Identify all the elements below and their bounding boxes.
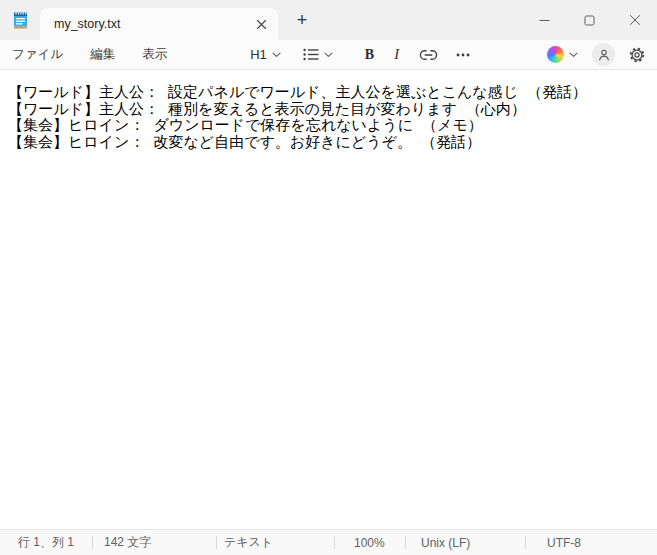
close-window-button[interactable] bbox=[612, 0, 657, 40]
chevron-down-icon bbox=[569, 52, 578, 58]
link-icon bbox=[419, 48, 438, 62]
heading-style-label: H1 bbox=[250, 47, 267, 62]
italic-button[interactable]: I bbox=[388, 43, 405, 67]
doc-type-status: テキスト bbox=[217, 530, 334, 555]
menu-toolbar: ファイル 編集 表示 H1 B I bbox=[0, 40, 657, 70]
chevron-down-icon bbox=[272, 52, 281, 58]
char-count-status: 142 文字 bbox=[93, 530, 216, 555]
editor-line: 【ワールド】主人公： 種別を変えると表示の見た目が変わります （心内） bbox=[8, 101, 653, 118]
notepad-app-icon bbox=[0, 0, 40, 40]
more-options-button[interactable] bbox=[450, 43, 476, 67]
tab-title: my_story.txt bbox=[54, 17, 250, 31]
more-ellipsis-icon bbox=[456, 53, 470, 57]
menu-edit[interactable]: 編集 bbox=[80, 42, 125, 67]
tab-close-button[interactable] bbox=[250, 13, 272, 35]
tab-bar: my_story.txt + bbox=[0, 0, 657, 40]
settings-gear-icon bbox=[628, 46, 646, 64]
bold-button[interactable]: B bbox=[359, 43, 380, 67]
heading-style-dropdown[interactable]: H1 bbox=[244, 43, 287, 67]
account-person-icon bbox=[597, 48, 611, 62]
notepad-window: my_story.txt + ファイル 編集 bbox=[0, 0, 657, 555]
copilot-button[interactable] bbox=[541, 43, 584, 67]
chevron-down-icon bbox=[324, 52, 333, 58]
status-bar: 行 1、列 1 142 文字 テキスト 100% Unix (LF) UTF-8 bbox=[0, 529, 657, 555]
document-tab[interactable]: my_story.txt bbox=[40, 8, 278, 40]
maximize-icon bbox=[584, 15, 595, 26]
toolbar-right-group bbox=[541, 41, 651, 69]
account-button[interactable] bbox=[592, 43, 615, 66]
minimize-button[interactable] bbox=[522, 0, 567, 40]
cursor-position-status: 行 1、列 1 bbox=[0, 530, 92, 555]
new-tab-button[interactable]: + bbox=[287, 5, 317, 35]
maximize-button[interactable] bbox=[567, 0, 612, 40]
text-editor-area[interactable]: 【ワールド】主人公： 設定パネルでワールド、主人公を選ぶとこんな感じ （発話） … bbox=[0, 70, 657, 529]
bullet-list-icon bbox=[303, 48, 319, 61]
list-style-dropdown[interactable] bbox=[297, 43, 339, 67]
settings-button[interactable] bbox=[623, 41, 651, 69]
copilot-icon bbox=[547, 46, 564, 63]
menu-file[interactable]: ファイル bbox=[2, 42, 73, 67]
editor-line: 【ワールド】主人公： 設定パネルでワールド、主人公を選ぶとこんな感じ （発話） bbox=[8, 84, 653, 101]
encoding-status: UTF-8 bbox=[526, 530, 657, 555]
close-icon bbox=[256, 19, 267, 30]
minimize-icon bbox=[539, 15, 550, 26]
editor-line: 【集会】ヒロイン： ダウンロードで保存を忘れないように （メモ） bbox=[8, 117, 653, 134]
editor-line: 【集会】ヒロイン： 改変など自由です。お好きにどうぞ。 （発話） bbox=[8, 134, 653, 151]
line-ending-status: Unix (LF) bbox=[406, 530, 525, 555]
close-window-icon bbox=[629, 14, 641, 26]
zoom-level-status: 100% bbox=[335, 530, 405, 555]
insert-link-button[interactable] bbox=[413, 43, 444, 67]
menu-view[interactable]: 表示 bbox=[132, 42, 177, 67]
